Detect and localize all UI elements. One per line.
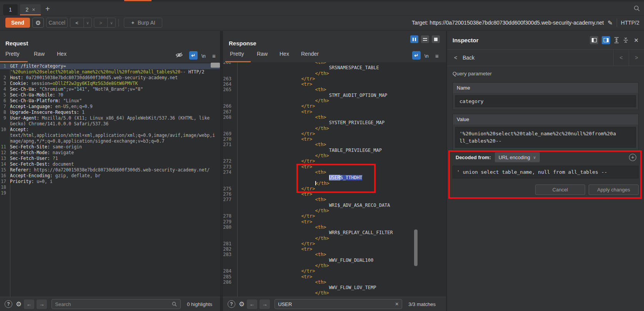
response-tab-pretty[interactable]: Pretty: [230, 51, 244, 57]
code-row: 268<th>: [223, 115, 446, 120]
code-row: 8Upgrade-Insecure-Requests: 1: [0, 110, 220, 115]
response-search-input[interactable]: [278, 301, 395, 307]
line-number: [223, 126, 235, 131]
code-row: 7Accept-Language: en-US,en;q=0.9: [0, 104, 220, 110]
search-settings-gear-icon[interactable]: ⚙: [16, 300, 22, 308]
line-number: 274: [223, 170, 235, 175]
line-number: 265: [223, 87, 235, 92]
request-tab-raw[interactable]: Raw: [34, 51, 45, 57]
layout-columns-icon[interactable]: [410, 35, 418, 43]
decoded-value-field[interactable]: ' union select table_name, null from all…: [453, 166, 639, 178]
next-match-button[interactable]: →: [37, 299, 47, 309]
line-number: 18: [0, 185, 8, 190]
response-search-box[interactable]: ✕: [275, 299, 402, 309]
next-item-button[interactable]: >: [629, 50, 644, 66]
prev-match-button[interactable]: ←: [24, 299, 34, 309]
code-row: Gecko) Chrome/141.0.0.0 Safari/537.36: [0, 121, 220, 127]
line-number: [223, 175, 235, 180]
chevron-down-icon[interactable]: ∨: [84, 18, 92, 27]
collapse-all-icon[interactable]: [623, 37, 629, 43]
word-wrap-icon[interactable]: ↵: [189, 51, 198, 60]
response-editor[interactable]: 262<th>SRSNAMESPACE_TABLE</th>263</tr>26…: [223, 62, 446, 297]
next-match-button[interactable]: →: [260, 299, 270, 309]
send-button[interactable]: Send: [5, 18, 30, 28]
repeater-toolbar: Send ⚙ Cancel < ∨ > ∨ ✦ Burp AI Target: …: [0, 15, 644, 31]
tab-label: 1: [9, 7, 12, 13]
inspector-header: Inspector ✕: [447, 31, 644, 49]
code-row: WWV_FLOW_DUAL100: [223, 258, 446, 263]
code-row: 274<th>: [223, 170, 446, 175]
repeater-tab-1[interactable]: 1: [3, 4, 18, 15]
help-icon[interactable]: ?: [228, 300, 235, 308]
repeater-tab-2[interactable]: 2 ×: [20, 4, 41, 15]
request-tab-hex[interactable]: Hex: [57, 51, 67, 57]
search-settings-gear-icon[interactable]: ⚙: [239, 300, 245, 308]
code-row: '%20union%20select%20table_name%2c%20nul…: [0, 69, 220, 75]
code-row: </th>: [223, 71, 446, 76]
code-row: WRR$_REPLAY_CALL_FILTER: [223, 230, 446, 235]
edit-target-pencil-icon[interactable]: ✎: [607, 19, 612, 27]
response-tab-render[interactable]: Render: [301, 51, 319, 57]
prev-match-button[interactable]: ←: [247, 299, 257, 309]
divider-drag-handle[interactable]: [211, 63, 220, 68]
code-row: </th>: [223, 290, 446, 296]
close-inspector-icon[interactable]: ✕: [634, 37, 639, 44]
new-tab-button[interactable]: +: [45, 5, 50, 13]
request-search-box[interactable]: [52, 299, 181, 309]
inspector-cancel-button[interactable]: Cancel: [535, 185, 585, 195]
apply-changes-button[interactable]: Apply changes: [589, 185, 639, 195]
dock-right-icon[interactable]: [602, 36, 610, 44]
code-row: 267<tr>: [223, 109, 446, 115]
response-tab-raw[interactable]: Raw: [257, 51, 268, 57]
clear-search-icon[interactable]: ✕: [395, 301, 399, 307]
editor-menu-icon[interactable]: ≡: [212, 53, 216, 59]
code-row: USERS_TTHDHT: [223, 175, 446, 180]
editor-menu-icon[interactable]: ≡: [435, 53, 439, 59]
prev-item-button[interactable]: <: [613, 50, 629, 66]
chevron-down-icon[interactable]: ∨: [108, 18, 115, 27]
cancel-button[interactable]: Cancel: [46, 18, 68, 28]
code-row: 271<th>: [223, 142, 446, 147]
search-icon[interactable]: [633, 5, 640, 12]
request-response-divider[interactable]: [220, 31, 223, 311]
add-decoding-icon[interactable]: +: [629, 154, 636, 161]
expand-all-icon[interactable]: [614, 37, 619, 43]
help-icon[interactable]: ?: [5, 300, 12, 308]
history-back-button[interactable]: < ∨: [70, 18, 92, 28]
request-search-bar: ? ⚙ ← → 0 highlights: [0, 297, 220, 311]
back-button[interactable]: Back: [463, 55, 474, 61]
name-value-field[interactable]: category: [455, 95, 636, 107]
word-wrap-icon[interactable]: ↵: [412, 51, 421, 60]
value-value-field[interactable]: '%20union%20select%20table_name%2c%20nul…: [459, 130, 616, 145]
code-row: 283<th>: [223, 252, 446, 257]
line-number: [223, 93, 235, 98]
hide-eye-slash-icon[interactable]: [175, 52, 183, 58]
request-search-input[interactable]: [55, 301, 171, 307]
show-newlines-icon[interactable]: \n: [201, 53, 206, 59]
show-newlines-icon[interactable]: \n: [424, 53, 429, 59]
line-number: [223, 65, 235, 70]
chevron-left-icon[interactable]: <: [70, 18, 84, 27]
send-settings-gear-icon[interactable]: ⚙: [32, 18, 44, 28]
response-scrollbar[interactable]: [414, 230, 418, 266]
code-row: 269</tr>: [223, 131, 446, 136]
encoding-dropdown[interactable]: URL encoding ∨: [495, 152, 540, 162]
line-number: 282: [223, 246, 235, 252]
line-number: [0, 69, 8, 75]
back-chevron-icon[interactable]: <: [454, 55, 457, 61]
code-row: 270<tr>: [223, 136, 446, 142]
history-forward-button[interactable]: > ∨: [94, 18, 116, 28]
response-tab-hex[interactable]: Hex: [280, 51, 289, 57]
request-search-status: 0 highlights: [187, 301, 212, 307]
request-tab-pretty[interactable]: Pretty: [5, 51, 20, 57]
dock-left-icon[interactable]: [590, 36, 598, 44]
layout-single-icon[interactable]: [432, 35, 440, 43]
burp-ai-button[interactable]: ✦ Burp AI: [124, 18, 162, 28]
layout-rows-icon[interactable]: [421, 35, 429, 43]
response-search-status: 3/3 matches: [408, 301, 436, 307]
close-tab-icon[interactable]: ×: [32, 7, 35, 13]
request-editor[interactable]: 1GET /filter?category='%20union%20select…: [0, 62, 220, 297]
response-search-bar: ? ⚙ ← → ✕ 3/3 matches: [223, 297, 446, 311]
code-row: SYSTEM_PRIVILEGE_MAP: [223, 120, 446, 125]
chevron-right-icon[interactable]: >: [94, 18, 108, 27]
